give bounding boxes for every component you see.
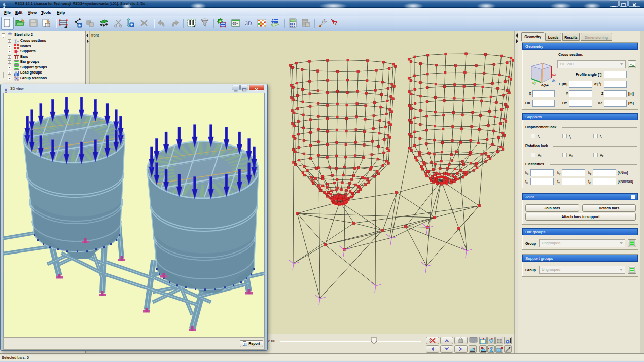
svg-text:dx: dx xyxy=(552,79,556,82)
svg-text:os: os xyxy=(233,22,236,25)
svg-text:x,y,z: x,y,z xyxy=(541,83,549,87)
svg-text:dz: dz xyxy=(552,73,556,76)
svg-text:?: ? xyxy=(334,20,338,26)
svg-text:3D: 3D xyxy=(245,20,252,26)
svg-text:dy: dy xyxy=(532,81,536,85)
